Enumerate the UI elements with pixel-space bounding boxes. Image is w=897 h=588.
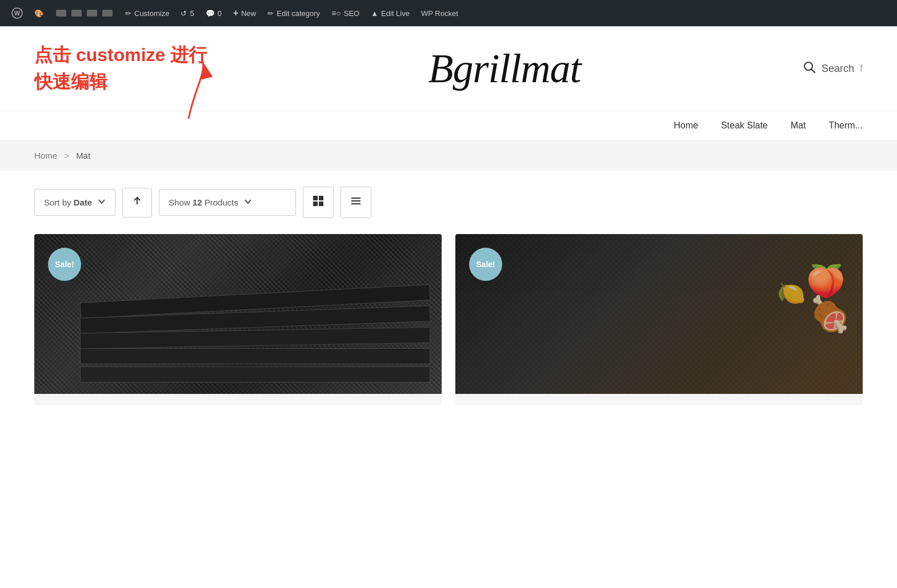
customize-button[interactable]: ✏ Customize	[119, 0, 175, 26]
header-search[interactable]: Search f	[802, 60, 863, 77]
svg-text:W: W	[14, 10, 21, 17]
product-image-2: 🍑 🍋	[455, 234, 863, 394]
products-grid: Sale! 🍑 🍋 Sale!	[0, 234, 897, 428]
wp-logo-button[interactable]: W	[6, 0, 29, 26]
svg-rect-5	[313, 196, 318, 200]
edit-live-icon: ▲	[371, 9, 378, 18]
new-button[interactable]: + New	[227, 0, 262, 26]
site-navigation: Home Steak Slate Mat Therm...	[0, 111, 897, 140]
svg-rect-6	[319, 196, 323, 200]
product-card-1[interactable]: Sale!	[34, 234, 442, 405]
breadcrumb-bar: Home > Mat	[0, 140, 897, 171]
seo-button[interactable]: ≡○ SEO	[326, 0, 365, 26]
annotation-line1: 点击 customize 进行	[34, 43, 207, 67]
seo-icon: ≡○	[331, 9, 341, 18]
product-card-2[interactable]: 🍑 🍋 Sale!	[455, 234, 863, 405]
edit-category-pencil-icon: ✏	[267, 9, 274, 18]
svg-line-4	[811, 70, 815, 73]
comments-button[interactable]: 💬 0	[200, 0, 227, 26]
search-label: Search	[822, 63, 854, 75]
nav-mat[interactable]: Mat	[791, 120, 806, 131]
svg-rect-7	[313, 202, 318, 206]
customize-colors-button[interactable]: 🎨	[29, 0, 49, 26]
edit-live-button[interactable]: ▲ Edit Live	[365, 0, 415, 26]
product-image-1	[34, 234, 442, 394]
nav-steak-slate[interactable]: Steak Slate	[721, 120, 768, 131]
admin-bar: W 🎨 ✏ Customize ↺ 5 💬 0 + New ✏ Edit cat…	[0, 0, 897, 26]
sort-by-dropdown[interactable]: Sort by Date	[34, 189, 115, 216]
site-logo[interactable]: Bgrillmat	[207, 45, 802, 92]
show-products-label: Show 12 Products	[169, 198, 238, 207]
refresh-icon: ↺	[181, 9, 187, 18]
pencil-icon: ✏	[125, 9, 131, 18]
edit-category-button[interactable]: ✏ Edit category	[262, 0, 326, 26]
comment-icon: 💬	[206, 9, 215, 18]
show-chevron-down-icon	[244, 198, 252, 207]
sale-badge-2: Sale!	[469, 248, 502, 281]
sort-chevron-down-icon	[98, 198, 106, 207]
svg-rect-17	[455, 234, 863, 394]
nav-home[interactable]: Home	[674, 120, 698, 131]
updates-button[interactable]: ↺ 5	[175, 0, 199, 26]
filter-bar: Sort by Date Show 12 Products	[0, 171, 897, 234]
breadcrumb-separator: >	[64, 151, 69, 160]
grid-view-button[interactable]	[303, 187, 334, 218]
nav-therm[interactable]: Therm...	[828, 120, 863, 131]
search-icon	[802, 60, 816, 77]
breadcrumb-home[interactable]: Home	[34, 151, 57, 160]
breadcrumb-current: Mat	[76, 151, 90, 160]
palette-icon: 🎨	[34, 9, 43, 18]
svg-rect-8	[319, 202, 323, 206]
site-name-button[interactable]	[49, 0, 119, 26]
sort-ascending-button[interactable]	[122, 188, 152, 218]
wp-rocket-button[interactable]: WP Rocket	[415, 0, 464, 26]
show-products-dropdown[interactable]: Show 12 Products	[159, 189, 296, 216]
annotation-line2: 快速编辑	[34, 70, 207, 94]
plus-icon: +	[233, 8, 238, 18]
sort-by-label: Sort by Date	[44, 198, 92, 207]
site-header: 点击 customize 进行 快速编辑 Bgrillmat Search f	[0, 26, 897, 111]
list-view-button[interactable]	[341, 187, 371, 218]
header-annotation: 点击 customize 进行 快速编辑	[34, 43, 207, 94]
sale-badge-1: Sale!	[48, 248, 81, 281]
